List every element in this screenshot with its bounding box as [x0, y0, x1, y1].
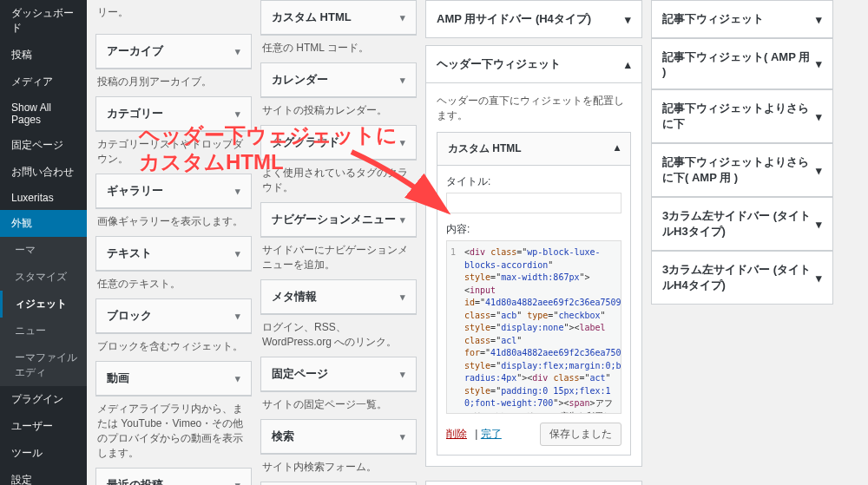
sidebar-item[interactable]: 外観: [0, 210, 87, 237]
chevron-down-icon: ▾: [400, 137, 405, 148]
sidebar-item[interactable]: Luxeritas: [0, 186, 87, 210]
widget-title: カレンダー: [272, 72, 328, 88]
widget-desc: 画像ギャラリーを表示します。: [95, 209, 252, 236]
widget-area-head[interactable]: 3カラム左サイドバー (タイトルH4タイプ)▾: [651, 251, 833, 305]
sidebar-item[interactable]: ツール: [0, 440, 87, 467]
widget-head[interactable]: 動画▾: [96, 362, 251, 396]
available-widget[interactable]: 音声▾: [260, 482, 417, 485]
delete-link[interactable]: 削除: [446, 428, 467, 440]
area-header-below-body: ヘッダーの直下にウィジェットを配置します。 カスタム HTML ▴ タイトル: …: [425, 83, 642, 467]
widget-head[interactable]: アーカイブ▾: [96, 35, 251, 69]
widget-areas-col: AMP 用サイドバー (H4タイプ)▾ ヘッダー下ウィジェット ▴ ヘッダーの直…: [425, 0, 642, 485]
area-title: 記事下ウィジェット: [662, 11, 764, 27]
available-widget[interactable]: ギャラリー▾: [95, 174, 252, 209]
widget-head[interactable]: 検索▾: [261, 420, 416, 454]
done-link[interactable]: 完了: [481, 428, 502, 440]
area-note: ヘッダーの直下にウィジェットを配置します。: [437, 94, 631, 123]
sidebar-item[interactable]: ダッシュボード: [0, 0, 87, 42]
widget-title: カテゴリー: [107, 106, 163, 121]
sidebar-item[interactable]: プラグイン: [0, 386, 87, 413]
widget-desc: サイトの固定ページ一覧。: [260, 392, 417, 419]
sidebar-subitem[interactable]: ィジェット: [0, 291, 87, 318]
content-label: 内容:: [446, 222, 621, 237]
widget-area-head[interactable]: 3カラム左サイドバー (タイトルH3タイプ)▾: [651, 197, 833, 251]
available-widget[interactable]: メタ情報▾: [260, 279, 417, 315]
chevron-down-icon: ▾: [400, 431, 405, 442]
widget-desc: リー。: [95, 0, 252, 27]
widget-head[interactable]: カレンダー▾: [261, 63, 416, 97]
available-widget[interactable]: カスタム HTML▾: [260, 0, 417, 36]
custom-html-head[interactable]: カスタム HTML ▴: [437, 133, 630, 166]
widget-desc: サイドバーにナビゲーションメニューを追加。: [260, 238, 417, 279]
widget-title: 動画: [107, 370, 129, 386]
widget-head[interactable]: ナビゲーションメニュー▾: [261, 203, 416, 237]
sidebar-item[interactable]: Show All Pages: [0, 95, 87, 132]
widget-area-head[interactable]: AMP 用サイドバー (H4タイプ)▾: [425, 0, 642, 38]
sidebar-subitem[interactable]: スタマイズ: [0, 264, 87, 291]
widget-desc: メディアライブラリ内から、または YouTube・Vimeo・その他のプロバイダ…: [95, 397, 252, 468]
widget-head[interactable]: カスタム HTML▾: [261, 1, 416, 35]
area-title: 記事下ウィジェットよりさらに下( AMP 用 ): [662, 154, 816, 186]
available-widget[interactable]: 最近の投稿▾: [95, 468, 252, 485]
widget-title: タグクラウド: [272, 134, 339, 150]
widget-desc: ブロックを含むウィジェット。: [95, 334, 252, 361]
widget-area-head[interactable]: 記事下ウィジェットよりさらに下( AMP 用 )▾: [651, 143, 833, 197]
available-widget[interactable]: カレンダー▾: [260, 62, 417, 98]
widget-title: ナビゲーションメニュー: [272, 212, 396, 227]
chevron-down-icon: ▾: [400, 292, 405, 303]
widget-area-head[interactable]: ヘッダー下ウィジェット( AMP 用 )▾: [425, 481, 642, 485]
widget-area-head[interactable]: 記事下ウィジェットよりさらに下▾: [651, 89, 833, 143]
widget-title-input[interactable]: [446, 193, 621, 213]
widget-area-head[interactable]: 記事下ウィジェット( AMP 用 )▾: [651, 38, 833, 89]
available-widget[interactable]: タグクラウド▾: [260, 125, 417, 161]
html-content-editor[interactable]: 1 <div class="wp-block-luxe-blocks-accor…: [446, 240, 621, 414]
widget-head[interactable]: 固定ページ▾: [261, 357, 416, 391]
sidebar-subitem[interactable]: ニュー: [0, 318, 87, 344]
widget-title: 検索: [272, 429, 294, 444]
widget-title: カスタム HTML: [272, 10, 352, 25]
inner-title-label: カスタム HTML: [448, 141, 522, 156]
widget-title: 最近の投稿: [107, 477, 163, 485]
chevron-down-icon: ▾: [400, 369, 405, 380]
chevron-down-icon: ▾: [235, 248, 240, 259]
widget-head[interactable]: カテゴリー▾: [96, 97, 251, 131]
area-title: 3カラム左サイドバー (タイトルH3タイプ): [662, 208, 816, 239]
sidebar-subitem[interactable]: ーマ: [0, 237, 87, 264]
widget-head[interactable]: ギャラリー▾: [96, 174, 251, 208]
widget-area-head[interactable]: 記事下ウィジェット▾: [651, 0, 833, 38]
widget-desc: よく使用されているタグのクラウド。: [260, 161, 417, 202]
sidebar-item[interactable]: ユーザー: [0, 413, 87, 440]
sidebar-item[interactable]: 投稿: [0, 42, 87, 69]
admin-sidebar: ダッシュボード投稿メディアShow All Pages固定ページお問い合わせLu…: [0, 0, 87, 485]
widget-head[interactable]: ブロック▾: [96, 299, 251, 333]
available-widget[interactable]: テキスト▾: [95, 236, 252, 272]
widget-desc: 任意のテキスト。: [95, 272, 252, 298]
sidebar-item[interactable]: 固定ページ: [0, 132, 87, 159]
widget-title: メタ情報: [272, 289, 317, 305]
sidebar-item[interactable]: お問い合わせ: [0, 159, 87, 186]
available-widget[interactable]: ブロック▾: [95, 298, 252, 334]
chevron-down-icon: ▾: [816, 110, 822, 123]
available-widget[interactable]: ナビゲーションメニュー▾: [260, 202, 417, 238]
sidebar-subitem[interactable]: ーマファイルエディ: [0, 344, 87, 386]
widget-head[interactable]: タグクラウド▾: [261, 126, 416, 160]
sidebar-item[interactable]: メディア: [0, 69, 87, 95]
available-widget[interactable]: カテゴリー▾: [95, 96, 252, 132]
widget-head[interactable]: テキスト▾: [96, 237, 251, 271]
saved-button[interactable]: 保存しました: [540, 423, 621, 446]
chevron-down-icon: ▾: [816, 13, 822, 26]
area-header-below-head[interactable]: ヘッダー下ウィジェット ▴: [425, 45, 642, 83]
widget-desc: ログイン、RSS、WordPress.org へのリンク。: [260, 315, 417, 357]
available-widget[interactable]: アーカイブ▾: [95, 34, 252, 69]
widget-actions: 削除 | 完了 保存しました: [446, 423, 621, 446]
area-title: ヘッダー下ウィジェット: [437, 56, 561, 72]
widget-head[interactable]: メタ情報▾: [261, 280, 416, 314]
available-widget[interactable]: 動画▾: [95, 361, 252, 397]
widgets-main: リー。 アーカイブ▾投稿の月別アーカイブ。カテゴリー▾カテゴリーリストやドロップ…: [87, 0, 868, 485]
available-widget[interactable]: 検索▾: [260, 419, 417, 455]
available-widget[interactable]: 固定ページ▾: [260, 357, 417, 392]
chevron-up-icon: ▴: [615, 141, 620, 156]
sidebar-item[interactable]: 設定: [0, 467, 87, 485]
chevron-down-icon: ▾: [235, 480, 240, 486]
widget-head[interactable]: 最近の投稿▾: [96, 469, 251, 485]
